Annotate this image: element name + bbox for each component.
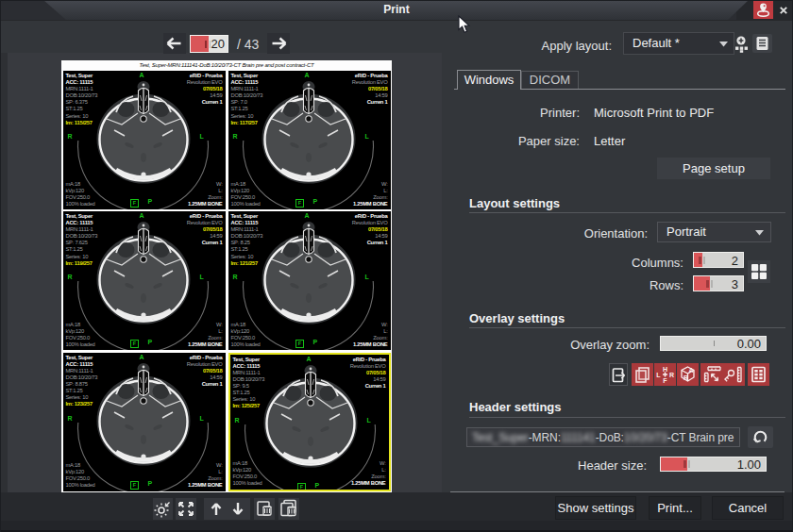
- svg-text:H: H: [663, 366, 667, 373]
- svg-text:F: F: [663, 377, 667, 384]
- svg-text:A: A: [689, 367, 694, 374]
- svg-text:R: R: [669, 372, 674, 378]
- svg-text:R: R: [683, 374, 688, 381]
- svg-text:L: L: [656, 372, 661, 378]
